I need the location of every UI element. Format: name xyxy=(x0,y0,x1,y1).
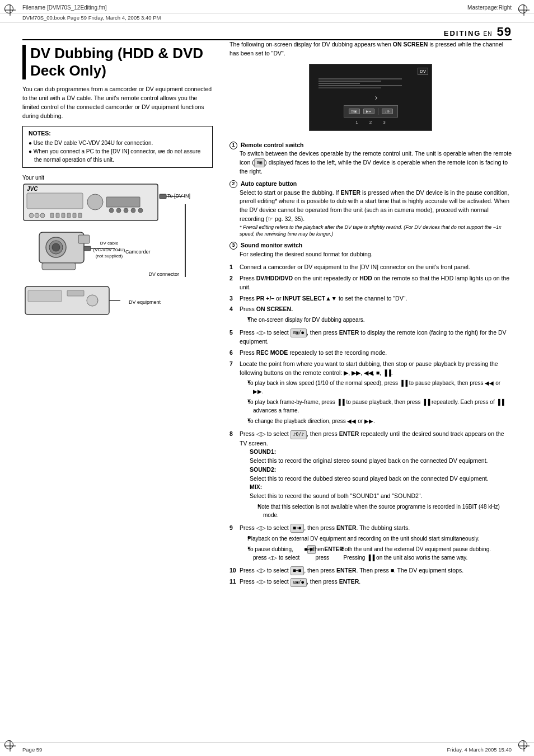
step-11-text: Press ◁▷ to select ⊡▣/●, then press ENTE… xyxy=(240,577,512,586)
sound2-section: SOUND2: Select this to record the dubbed… xyxy=(250,466,512,483)
step-9-bullet-1: Playback on the external DV equipment an… xyxy=(247,534,512,543)
svg-rect-2 xyxy=(27,193,83,209)
mix-bullets: Note that this selection is not availabl… xyxy=(257,503,512,519)
svg-point-3 xyxy=(29,213,34,218)
right-column: The following on-screen display for DV d… xyxy=(224,40,512,591)
step-2-text: Press DV/HDD/DVD on the unit repeatedly … xyxy=(240,274,512,292)
svg-rect-16 xyxy=(124,208,128,213)
section-num-3: 3 xyxy=(229,242,237,250)
step-10-icon: ■→■ xyxy=(291,566,304,575)
osd-num-1: 1 xyxy=(355,120,358,125)
step-6-text: Press REC MODE repeatedly to set the rec… xyxy=(240,349,512,358)
step-7-bullet-2: To play back frame-by-frame, press ▐▐ to… xyxy=(247,398,512,415)
svg-rect-10 xyxy=(73,213,76,218)
svg-rect-19 xyxy=(160,194,166,199)
step-5: 5 Press ◁▷ to select ⊡▣/●, then press EN… xyxy=(229,328,512,346)
diagram-container: JVC xyxy=(22,183,190,320)
editing-label: EDITING xyxy=(444,29,481,37)
step-4-bullets: The on-screen display for DV dubbing app… xyxy=(247,316,512,324)
en-label: EN xyxy=(484,31,493,37)
section-2-footnote: * Preroll editing refers to the playback… xyxy=(240,224,512,238)
svg-rect-17 xyxy=(131,208,135,213)
svg-rect-18 xyxy=(138,208,143,213)
notes-item-1: Use the DV cable VC-VDV 204U for connect… xyxy=(29,139,207,147)
svg-rect-30 xyxy=(28,290,62,302)
dv-equipment-section: DV equipment xyxy=(22,284,190,320)
osd-dv-badge: DV xyxy=(418,68,428,75)
left-column: DV Dubbing (HDD & DVD Deck Only) You can… xyxy=(22,40,224,591)
step-8: 8 Press ◁▷ to select ♪0/♪, then press EN… xyxy=(229,430,512,521)
osd-wrapper: DV › ⊡▣ ▶● ♪⊕ xyxy=(229,64,512,135)
step-3: 3 Press PR +/– or INPUT SELECT▲▼ to set … xyxy=(229,294,512,303)
dv-in-label: To [DV IN] xyxy=(167,193,190,199)
footer-page-right: Friday, 4 March 2005 15:40 xyxy=(447,746,512,753)
masterpage-label: Masterpage:Right xyxy=(467,4,512,11)
footer-page-left: Page 59 xyxy=(22,746,42,753)
dv-equipment-label: DV equipment xyxy=(129,299,161,305)
mix-section: MIX: Select this to record the sound of … xyxy=(250,483,512,519)
unit-svg: JVC xyxy=(22,183,190,222)
mix-bullet-1: Note that this selection is not availabl… xyxy=(257,503,512,519)
step-8-text: Press ◁▷ to select ♪0/♪, then press ENTE… xyxy=(240,430,512,521)
reg-mark-top-right xyxy=(518,4,530,16)
osd-control-bar: ⊡▣ ▶● ♪⊕ xyxy=(344,105,398,118)
osd-signal-area xyxy=(318,78,422,90)
subheader-text: DVM70S_00.book Page 59 Friday, March 4, … xyxy=(22,15,161,21)
svg-rect-11 xyxy=(78,213,82,218)
camcorder-section: Camcorder DV cable (VC-VDV 204U) (not su… xyxy=(22,227,190,277)
step-5-text: Press ◁▷ to select ⊡▣/●, then press ENTE… xyxy=(240,328,512,346)
dv-cable-label: DV cable (VC-VDV 204U) (not supplied) xyxy=(87,240,132,259)
editing-header: EDITING EN 59 xyxy=(0,22,534,39)
filename-label: Filename [DVM70S_12Editing.fm] xyxy=(22,4,107,11)
step-11-icon: ⊡▣/● xyxy=(291,578,307,587)
main-content: DV Dubbing (HDD & DVD Deck Only) You can… xyxy=(0,40,534,591)
page-number: 59 xyxy=(497,25,512,39)
notes-item-2: When you connect a PC to the [DV IN] con… xyxy=(29,147,207,164)
step-9-text: Press ◁▷ to select ■→●, then press ENTER… xyxy=(240,524,512,564)
svg-rect-6 xyxy=(50,213,54,218)
notes-title: NOTES: xyxy=(29,130,207,137)
osd-numbers: 1 2 3 xyxy=(355,120,385,125)
page-title: DV Dubbing (HDD & DVD Deck Only) xyxy=(22,45,213,79)
step-10: 10 Press ◁▷ to select ■→■, then press EN… xyxy=(229,566,512,575)
svg-point-5 xyxy=(40,213,45,218)
step-1: 1 Connect a camcorder or DV equipment to… xyxy=(229,263,512,272)
sub-header: DVM70S_00.book Page 59 Friday, March 4, … xyxy=(0,13,534,22)
section-num-2: 2 xyxy=(229,180,237,188)
notes-box: NOTES: Use the DV cable VC-VDV 204U for … xyxy=(22,126,213,168)
osd-arrow: › xyxy=(375,93,378,102)
steps-list: 1 Connect a camcorder or DV equipment to… xyxy=(229,263,512,586)
sound-options: SOUND1: Select this to record the origin… xyxy=(250,448,512,519)
step-7-bullets: To play back in slow speed (1/10 of the … xyxy=(247,379,512,425)
svg-point-24 xyxy=(52,243,60,251)
svg-rect-9 xyxy=(67,213,71,218)
page-footer: Page 59 Friday, 4 March 2005 15:40 xyxy=(0,743,534,756)
section-1: 1 Remote control switch To switch betwee… xyxy=(229,141,512,176)
svg-rect-31 xyxy=(67,290,84,296)
step-1-text: Connect a camcorder or DV equipment to t… xyxy=(240,263,512,272)
svg-point-12 xyxy=(87,194,103,210)
step-9-pause-icon: ■⇌■ xyxy=(307,545,315,554)
osd-icon-1: ⊡▣ xyxy=(349,109,360,114)
step-4-bullet-1: The on-screen display for DV dubbing app… xyxy=(247,316,512,324)
step-9: 9 Press ◁▷ to select ■→●, then press ENT… xyxy=(229,524,512,564)
osd-icon-3: ♪⊕ xyxy=(382,109,393,114)
svg-rect-15 xyxy=(116,208,121,213)
step-4-text: Press ON SCREEN. The on-screen display f… xyxy=(240,305,512,326)
step-5-icon: ⊡▣/● xyxy=(291,328,307,337)
section-1-text: To switch between the devices operable b… xyxy=(240,149,512,176)
sound1-section: SOUND1: Select this to record the origin… xyxy=(250,448,512,466)
svg-rect-14 xyxy=(109,208,114,213)
step-7: 7 Locate the point from where you want t… xyxy=(229,360,512,428)
section-2: 2 Auto capture button Select to start or… xyxy=(229,180,512,238)
section-3: 3 Sound monitor switch For selecting the… xyxy=(229,241,512,259)
step-7-bullet-3: To change the playback direction, press … xyxy=(247,417,512,425)
step-9-bullet-2: To pause dubbing, press ◁▷ to select ■⇌■… xyxy=(247,545,512,562)
svg-rect-7 xyxy=(56,213,59,218)
svg-point-32 xyxy=(87,295,98,306)
step-3-text: Press PR +/– or INPUT SELECT▲▼ to set th… xyxy=(240,294,512,303)
svg-rect-8 xyxy=(62,213,65,218)
osd-num-3: 3 xyxy=(383,120,385,125)
remote-icon-1: ⊡▣ xyxy=(254,158,265,167)
osd-icon-2: ▶● xyxy=(363,109,374,114)
